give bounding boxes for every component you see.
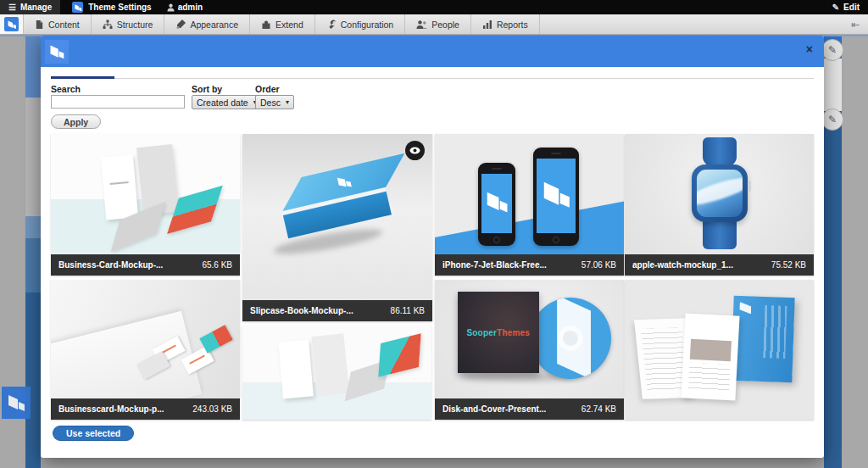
tab-appearance[interactable]: Appearance	[164, 14, 250, 34]
site-name-link[interactable]: Theme Settings	[88, 3, 151, 12]
file-size: 243.03 KB	[192, 404, 232, 414]
thumbnail-magazine	[625, 280, 814, 420]
username-label: admin	[178, 3, 203, 12]
home-logo-icon	[4, 17, 19, 31]
file-size: 65.6 KB	[202, 260, 232, 270]
disk-cover-brand-text: SooperThemes	[466, 328, 530, 337]
thumbnail-iphones	[435, 134, 624, 254]
thumbnail-business-cards-2	[242, 326, 431, 420]
tab-extend[interactable]: Extend	[250, 14, 315, 34]
media-item-disk-cover[interactable]: SooperThemes Disk-and-Cover-Present... 6…	[435, 280, 624, 420]
file-label-bar: iPhone-7-Jet-Black-Free... 57.06 KB	[435, 254, 624, 276]
search-input[interactable]	[51, 95, 185, 109]
tab-structure-label: Structure	[117, 20, 153, 30]
file-label-bar: Slipcase-Book-Mockup-... 86.11 KB	[242, 300, 432, 321]
wrench-icon	[326, 20, 337, 30]
dialog-logo-icon	[45, 40, 69, 64]
home-logo-button[interactable]	[0, 14, 24, 34]
bar-chart-icon	[482, 20, 492, 30]
apply-button[interactable]: Apply	[51, 114, 101, 129]
tab-reports[interactable]: Reports	[471, 14, 540, 34]
file-name: Disk-and-Cover-Present...	[442, 404, 546, 414]
collapse-toolbar-icon[interactable]: ⇤	[843, 14, 868, 34]
order-label: Order	[255, 84, 280, 94]
preview-eye-icon[interactable]	[405, 141, 425, 160]
file-icon	[35, 20, 44, 30]
media-browser-dialog: × Search Sort by Order Created date ▾ De…	[41, 36, 824, 458]
file-size: 57.06 KB	[581, 260, 616, 270]
edit-label: Edit	[843, 3, 860, 12]
file-label-bar: Business-Card-Mockup-... 65.6 KB	[51, 254, 240, 276]
active-tab-indicator[interactable]	[51, 76, 114, 79]
tab-people[interactable]: People	[405, 14, 471, 34]
tab-configuration[interactable]: Configuration	[315, 14, 405, 34]
edit-button[interactable]: ✎ Edit	[832, 3, 860, 12]
person-icon	[167, 3, 175, 12]
media-item-iphone[interactable]: iPhone-7-Jet-Black-Free... 57.06 KB	[435, 134, 624, 276]
background-site-logo	[2, 387, 31, 419]
tab-reports-label: Reports	[497, 20, 528, 30]
manage-menu-button[interactable]: ☰ Manage	[0, 0, 60, 14]
file-name: Businesscard-Mockup-p...	[58, 404, 164, 414]
sitemap-icon	[103, 20, 113, 30]
order-value: Desc	[260, 98, 281, 108]
site-logo-icon[interactable]	[72, 2, 83, 13]
use-selected-button[interactable]: Use selected	[53, 426, 134, 441]
tab-extend-label: Extend	[275, 20, 303, 30]
dialog-header: ×	[41, 36, 824, 67]
admin-toolbar: ☰ Manage Theme Settings admin ✎ Edit	[0, 0, 868, 14]
sort-by-label: Sort by	[192, 84, 222, 94]
sort-by-value: Created date	[197, 98, 248, 108]
tab-structure[interactable]: Structure	[92, 14, 165, 34]
sort-by-select[interactable]: Created date ▾	[192, 95, 262, 109]
puzzle-icon	[261, 20, 271, 30]
media-item-apple-watch[interactable]: apple-watch-mockup_1... 75.52 KB	[625, 134, 814, 276]
contextual-edit-button[interactable]: ✎	[821, 109, 843, 131]
order-select[interactable]: Desc ▾	[255, 95, 294, 109]
contextual-edit-button[interactable]: ✎	[821, 39, 843, 61]
tab-content[interactable]: Content	[24, 14, 92, 34]
hamburger-icon: ☰	[8, 3, 16, 12]
media-item-business-card[interactable]: Business-Card-Mockup-... 65.6 KB	[51, 134, 240, 276]
pencil-icon: ✎	[832, 3, 839, 12]
media-item-business-cards-2[interactable]	[242, 326, 431, 420]
media-item-slipcase-book[interactable]: Slipcase-Book-Mockup-... 86.11 KB	[242, 134, 432, 321]
file-name: apple-watch-mockup_1...	[632, 260, 733, 270]
tab-content-label: Content	[48, 20, 80, 30]
thumbnail-apple-watch	[625, 134, 814, 254]
thumbnail-disk-cover: SooperThemes	[435, 280, 624, 398]
file-name: iPhone-7-Jet-Black-Free...	[442, 260, 547, 270]
paintbrush-icon	[175, 20, 186, 30]
file-size: 75.52 KB	[771, 260, 806, 270]
admin-tabs-toolbar: Content Structure Appearance Extend Conf…	[0, 14, 868, 35]
file-size: 62.74 KB	[581, 404, 616, 414]
user-menu[interactable]: admin	[167, 3, 203, 12]
thumbnail-slipcase-book	[242, 134, 432, 300]
media-item-businesscard-marble[interactable]: Businesscard-Mockup-p... 243.03 KB	[51, 280, 240, 420]
tab-appearance-label: Appearance	[190, 20, 238, 30]
people-icon	[416, 20, 427, 30]
file-label-bar: Businesscard-Mockup-p... 243.03 KB	[51, 398, 240, 420]
tab-configuration-label: Configuration	[341, 20, 393, 30]
file-name: Business-Card-Mockup-...	[58, 260, 163, 270]
search-label: Search	[51, 84, 81, 94]
file-size: 86.11 KB	[391, 306, 425, 315]
file-label-bar: Disk-and-Cover-Present... 62.74 KB	[435, 398, 624, 420]
close-icon[interactable]: ×	[806, 43, 813, 55]
file-name: Slipcase-Book-Mockup-...	[250, 306, 353, 315]
tab-people-label: People	[431, 20, 459, 30]
manage-label: Manage	[20, 3, 52, 12]
tab-divider	[51, 78, 814, 79]
media-item-magazine[interactable]	[625, 280, 814, 420]
background-page-right-edge	[824, 36, 842, 468]
thumbnail-business-card	[51, 134, 240, 254]
thumbnail-marble-cards	[51, 280, 240, 398]
file-label-bar: apple-watch-mockup_1... 75.52 KB	[625, 254, 814, 276]
chevron-down-icon: ▾	[286, 98, 289, 106]
